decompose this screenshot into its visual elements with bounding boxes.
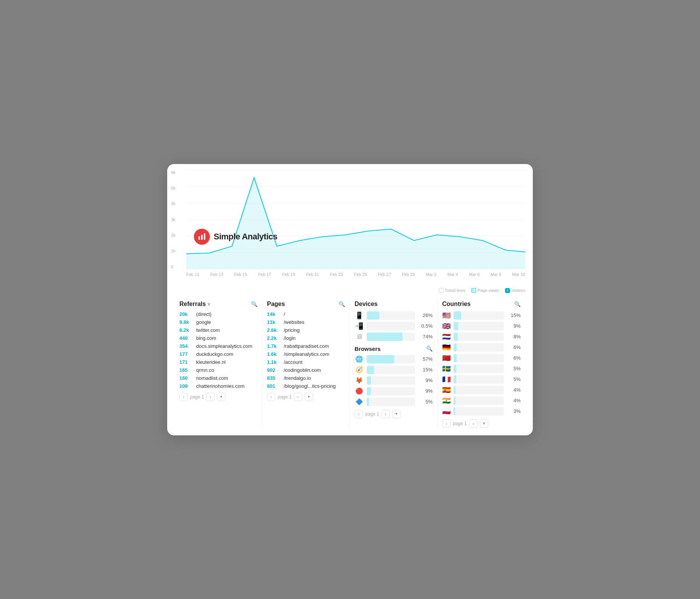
countries-next-btn[interactable]: ›	[469, 419, 478, 428]
tablet-icon: 📲	[355, 322, 364, 330]
countries-prev-btn[interactable]: ‹	[442, 419, 451, 428]
country-bar	[454, 407, 504, 416]
tablet-bar	[367, 322, 415, 330]
pages-search-icon[interactable]: 🔍	[339, 301, 345, 307]
list-item[interactable]: 440bing.com	[179, 335, 257, 341]
list-item: 🇲🇦 6%	[442, 354, 521, 362]
devices-pagination: ‹ page 1 › ▾	[355, 410, 433, 418]
referrals-prev-btn[interactable]: ‹	[179, 393, 188, 401]
list-item[interactable]: 1.1k/account	[267, 359, 345, 365]
countries-search-icon[interactable]: 🔍	[514, 301, 521, 307]
flag-icon: 🇵🇱	[442, 407, 451, 416]
list-item: 🇪🇸 4%	[442, 386, 521, 394]
visitors-checkbox[interactable]: ✓	[505, 288, 510, 293]
list-item[interactable]: 11k/websites	[267, 319, 345, 325]
list-item: 🇸🇪 5%	[442, 365, 521, 373]
device-row-phone: 📱 26%	[355, 311, 433, 320]
list-item[interactable]: 160nomadlist.com	[179, 375, 257, 381]
legend-visitors[interactable]: ✓ Visitors	[505, 288, 525, 293]
list-item[interactable]: 801/blog/googl...tics-pricing	[267, 383, 345, 389]
browsers-header: Browsers 🔍	[355, 346, 433, 352]
country-bar	[454, 333, 504, 341]
list-item[interactable]: 14k/	[267, 311, 345, 317]
list-item[interactable]: 6.2ktwitter.com	[179, 327, 257, 333]
pages-prev-btn[interactable]: ‹	[267, 393, 275, 401]
list-item[interactable]: 2.6k/pricing	[267, 327, 345, 333]
country-bar	[454, 397, 504, 405]
safari-icon: 🧭	[355, 366, 364, 373]
list-item[interactable]: 165qrmn.co	[179, 367, 257, 373]
main-card: 0 1k 2k 3k 4k 5k 6k	[167, 164, 533, 435]
device-row-desktop: 🖥 74%	[355, 333, 433, 341]
svg-rect-10	[204, 233, 205, 240]
chevron-down-icon[interactable]: ∨	[207, 301, 211, 307]
referrals-pagination: ‹ page 1 › ▾	[179, 393, 257, 401]
countries-save-btn[interactable]: ▾	[480, 419, 488, 428]
edge-bar	[367, 398, 415, 406]
phone-bar	[367, 311, 415, 320]
referrals-save-btn[interactable]: ▾	[217, 393, 225, 401]
chart-logo: Simple Analytics	[194, 229, 277, 245]
legend-trendlines[interactable]: Trend lines	[439, 288, 465, 293]
list-item: 🇬🇧 9%	[442, 322, 521, 330]
pages-title: Pages	[267, 301, 285, 307]
country-bar	[454, 375, 504, 384]
flag-icon: 🇳🇱	[442, 333, 451, 341]
svg-marker-7	[186, 178, 525, 269]
countries-pagination: ‹ page 1 › ▾	[442, 419, 521, 428]
trendlines-checkbox[interactable]	[439, 288, 443, 293]
chart-y-labels: 0 1k 2k 3k 4k 5k 6k	[171, 170, 176, 269]
flag-icon: 🇬🇧	[442, 322, 451, 330]
chart-area: 0 1k 2k 3k 4k 5k 6k	[167, 164, 533, 286]
browsers-search-icon[interactable]: 🔍	[426, 346, 433, 352]
pages-next-btn[interactable]: ›	[294, 393, 302, 401]
opera-icon: 🔴	[355, 387, 364, 395]
country-bar	[454, 343, 504, 352]
list-item[interactable]: 109chatterinohomies.com	[179, 383, 257, 389]
country-bar	[454, 386, 504, 394]
country-bar	[454, 354, 504, 362]
chart-legend: Trend lines Page views ✓ Visitors	[167, 286, 533, 293]
chart-x-labels: Feb 11 Feb 13 Feb 15 Feb 17 Feb 19 Feb 2…	[186, 271, 525, 277]
browser-row-opera: 🔴 9%	[355, 387, 433, 395]
legend-pageviews[interactable]: Page views	[471, 288, 499, 293]
pages-list: 14k/11k/websites2.6k/pricing2.2k/login1.…	[267, 311, 345, 389]
list-item[interactable]: 20k(direct)	[179, 311, 257, 317]
country-bar	[454, 322, 504, 330]
countries-title: Countries	[442, 301, 471, 307]
list-item[interactable]: 902/codingoblin.com	[267, 367, 345, 373]
list-item[interactable]: 1.6k/simpleanalytics.com	[267, 351, 345, 357]
list-item: 🇺🇸 15%	[442, 311, 521, 320]
flag-icon: 🇪🇸	[442, 386, 451, 394]
logo-text: Simple Analytics	[214, 232, 277, 242]
list-item: 🇮🇳 4%	[442, 397, 521, 405]
country-bar	[454, 365, 504, 373]
list-item[interactable]: 2.2k/login	[267, 335, 345, 341]
browsers-list: 🌐 57% 🧭 15% 🦊	[355, 355, 433, 406]
flag-icon: 🇫🇷	[442, 375, 451, 384]
list-item: 🇫🇷 5%	[442, 375, 521, 384]
list-item[interactable]: 9.8kgoogle	[179, 319, 257, 325]
browser-row-edge: 🔷 5%	[355, 398, 433, 406]
list-item[interactable]: 1.7k/rabattparadiset.com	[267, 343, 345, 349]
referrals-title: Referrals ∨	[179, 301, 211, 307]
pages-header: Pages 🔍	[267, 301, 345, 307]
list-item[interactable]: 177duckduckgo.com	[179, 351, 257, 357]
countries-panel: Countries 🔍 🇺🇸 15% 🇬🇧 9% 🇳🇱 8% 🇩🇪 6% 🇲🇦	[438, 301, 525, 428]
referrals-next-btn[interactable]: ›	[206, 393, 215, 401]
pageviews-checkbox[interactable]	[471, 288, 476, 293]
list-item[interactable]: 171kleuteridee.nl	[179, 359, 257, 365]
opera-bar	[367, 387, 415, 395]
chart-svg	[186, 170, 525, 269]
devices-next-btn[interactable]: ›	[382, 410, 390, 418]
referrals-search-icon[interactable]: 🔍	[251, 301, 257, 307]
pages-save-btn[interactable]: ▾	[305, 393, 313, 401]
list-item[interactable]: 354docs.simpleanalytics.com	[179, 343, 257, 349]
list-item: 🇳🇱 8%	[442, 333, 521, 341]
pages-panel: Pages 🔍 14k/11k/websites2.6k/pricing2.2k…	[262, 301, 350, 428]
devices-prev-btn[interactable]: ‹	[355, 410, 363, 418]
list-item[interactable]: 835/trendalgo.io	[267, 375, 345, 381]
list-item: 🇵🇱 3%	[442, 407, 521, 416]
list-item: 🇩🇪 6%	[442, 343, 521, 352]
devices-save-btn[interactable]: ▾	[392, 410, 401, 418]
